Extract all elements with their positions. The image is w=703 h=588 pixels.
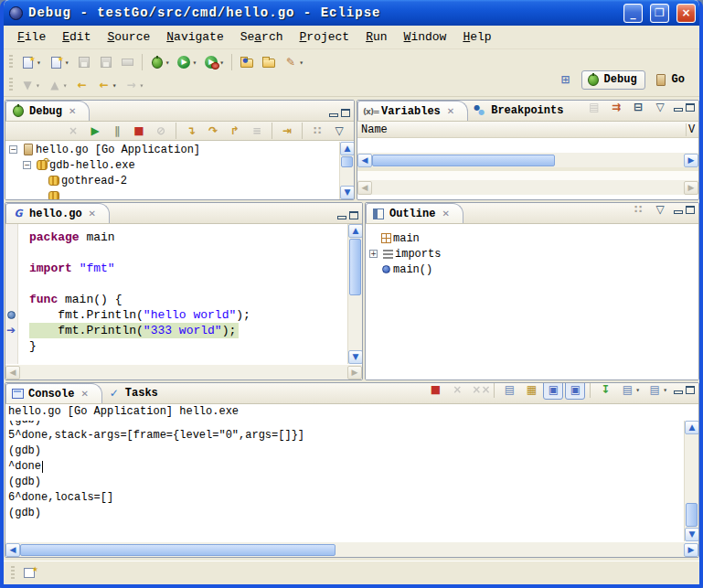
open-type-button[interactable] <box>237 52 257 72</box>
step-return-button[interactable]: ↱ <box>225 121 245 141</box>
scroll-thumb[interactable] <box>349 239 361 295</box>
minimize-view-button[interactable] <box>674 210 683 214</box>
previous-annotation-button[interactable]: ▲▾ <box>45 75 70 95</box>
maximize-view-button[interactable] <box>341 109 350 117</box>
view-menu-button[interactable]: ▽ <box>329 121 349 141</box>
view-menu-button[interactable]: ▽ <box>650 202 670 219</box>
debug-tree-item[interactable] <box>5 188 338 199</box>
tab-console[interactable]: Console ✕ <box>5 383 102 403</box>
new-wizard-button[interactable]: ▾ <box>17 53 44 72</box>
dropdown-arrow-icon[interactable]: ▾ <box>37 59 41 67</box>
minimize-view-button[interactable] <box>329 113 338 117</box>
menu-source[interactable]: Source <box>99 27 158 47</box>
scroll-right-icon[interactable]: ▶ <box>684 154 698 167</box>
code-area[interactable]: package mainimport "fmt"func main() { fm… <box>18 224 347 364</box>
disconnect-button[interactable]: ⊘ <box>151 121 171 141</box>
code-line[interactable]: } <box>29 338 347 354</box>
close-button[interactable]: × <box>676 4 696 23</box>
tab-outline[interactable]: Outline ✕ <box>366 203 463 223</box>
remove-terminated-button[interactable]: × <box>63 121 83 141</box>
dropdown-arrow-icon[interactable]: ▾ <box>663 386 667 394</box>
debug-tree-item-gdb-hello.exe[interactable]: − gdb-hello.exe <box>5 157 338 173</box>
show-stdout-button[interactable]: ▣ <box>543 382 563 400</box>
show-stderr-button[interactable]: ▣ <box>565 382 585 400</box>
debug-misc-button[interactable]: ∷ <box>307 121 327 141</box>
menu-navigate[interactable]: Navigate <box>158 27 231 47</box>
scroll-up-icon[interactable]: ▲ <box>348 224 363 238</box>
maximize-view-button[interactable] <box>686 103 695 112</box>
scroll-left-icon[interactable]: ◀ <box>5 543 20 557</box>
console-horizontal-scrollbar[interactable]: ◀ ▶ <box>5 542 698 557</box>
next-annotation-button[interactable]: ▼▾ <box>17 75 43 95</box>
instruction-pointer-icon[interactable]: ➔ <box>6 325 16 336</box>
scroll-thumb[interactable] <box>372 155 555 166</box>
minimize-view-button[interactable] <box>674 108 683 112</box>
scroll-thumb[interactable] <box>686 503 698 527</box>
statusbar-grip[interactable] <box>11 566 15 581</box>
dropdown-arrow-icon[interactable]: ▾ <box>165 59 170 67</box>
scroll-right-icon[interactable]: ▶ <box>684 543 698 557</box>
title-bar[interactable]: Debug - testGo/src/cmd/hello.go - Eclips… <box>4 0 699 26</box>
close-icon[interactable]: ✕ <box>80 390 88 399</box>
toolbar-grip[interactable] <box>9 55 13 69</box>
scroll-down-icon[interactable]: ▼ <box>685 528 699 541</box>
step-into-button[interactable]: ↴ <box>181 121 201 141</box>
scroll-up-icon[interactable]: ▲ <box>685 421 699 434</box>
terminate-button[interactable]: ■ <box>425 382 445 400</box>
editor-vertical-scrollbar[interactable]: ▲ ▼ <box>347 224 362 364</box>
scroll-down-icon[interactable]: ▼ <box>348 350 363 364</box>
tab-tasks[interactable]: ✓ Tasks <box>102 383 171 403</box>
menu-edit[interactable]: Edit <box>54 27 99 47</box>
resume-button[interactable]: ▶ <box>85 121 105 141</box>
collapse-expander-icon[interactable]: − <box>9 145 17 154</box>
editor-marker-ruler[interactable]: ➔ <box>5 224 18 364</box>
dropdown-arrow-icon[interactable]: ▾ <box>112 81 117 90</box>
scroll-thumb[interactable] <box>341 156 353 167</box>
pin-console-button[interactable]: ↧ <box>595 382 615 400</box>
menu-search[interactable]: Search <box>232 27 292 47</box>
detail-pane[interactable] <box>357 171 698 180</box>
terminate-button[interactable]: ■ <box>129 121 149 141</box>
outline-item-imports[interactable]: + imports <box>366 246 698 262</box>
column-name[interactable]: Name <box>357 123 686 136</box>
last-edit-location-button[interactable]: ← <box>72 75 92 95</box>
variables-horizontal-scrollbar[interactable]: ◀ ▶ <box>357 153 698 167</box>
tab-variables[interactable]: (x)= Variables ✕ <box>357 101 468 121</box>
tab-debug[interactable]: Debug ✕ <box>5 101 90 121</box>
save-all-button[interactable] <box>96 52 116 72</box>
remove-all-terminated-button[interactable]: ×× <box>469 382 489 400</box>
debug-tree-item-gothread-2[interactable]: gothread-2 <box>5 173 338 188</box>
menu-project[interactable]: Project <box>292 27 358 47</box>
run-button[interactable]: ▾ <box>174 52 199 72</box>
console-vertical-scrollbar[interactable]: ▲ ▼ <box>684 421 698 541</box>
run-external-tools-button[interactable]: ▾ <box>201 52 227 72</box>
scroll-lock-button[interactable]: ▦ <box>521 382 541 400</box>
dropdown-arrow-icon[interactable]: ▾ <box>63 81 68 90</box>
outline-misc-button[interactable]: ∷ <box>628 202 648 219</box>
maximize-view-button[interactable] <box>349 211 358 219</box>
menu-file[interactable]: File <box>9 27 54 47</box>
close-icon[interactable]: ✕ <box>447 107 454 116</box>
show-type-names-button[interactable]: ▤ <box>584 100 604 117</box>
code-line[interactable]: func main() { <box>29 292 347 307</box>
maximize-view-button[interactable] <box>686 206 695 214</box>
drop-to-frame-button[interactable]: ≡ <box>247 121 267 141</box>
clear-console-button[interactable]: ▤ <box>499 382 519 400</box>
print-button[interactable] <box>118 52 137 72</box>
menu-window[interactable]: Window <box>396 27 455 47</box>
scroll-up-icon[interactable]: ▲ <box>340 142 355 155</box>
open-resource-button[interactable] <box>259 52 279 72</box>
debug-button[interactable]: ▾ <box>147 53 173 72</box>
close-icon[interactable]: ✕ <box>442 209 449 219</box>
expand-expander-icon[interactable]: + <box>369 250 378 258</box>
dropdown-arrow-icon[interactable]: ▾ <box>299 59 304 67</box>
minimize-view-button[interactable] <box>337 216 346 219</box>
forward-button[interactable]: →▾ <box>121 75 146 95</box>
close-icon[interactable]: ✕ <box>69 107 76 116</box>
breakpoint-icon[interactable] <box>7 311 16 319</box>
dropdown-arrow-icon[interactable]: ▾ <box>635 386 640 394</box>
menu-run[interactable]: Run <box>357 27 395 47</box>
toolbar-grip[interactable] <box>9 78 13 92</box>
fast-view-button[interactable] <box>19 563 39 583</box>
minimize-view-button[interactable] <box>674 390 683 394</box>
